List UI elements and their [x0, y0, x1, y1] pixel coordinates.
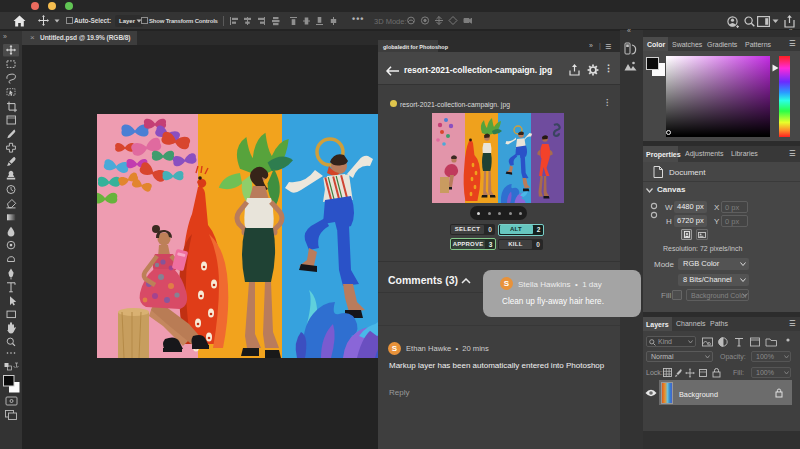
svg-text:»: » [3, 33, 7, 40]
